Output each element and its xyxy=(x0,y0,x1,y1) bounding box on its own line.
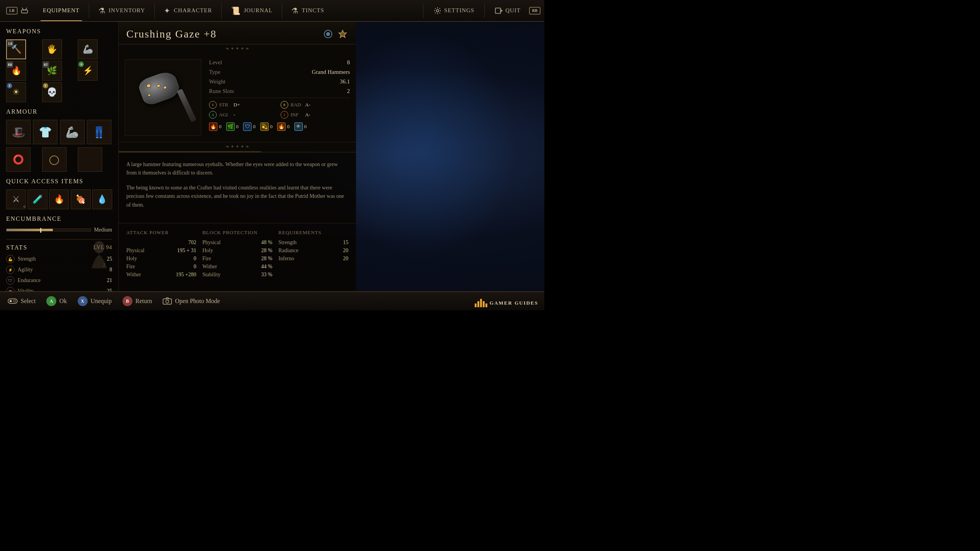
desc-text-1: A large hammer featuring numerous eyebal… xyxy=(126,160,348,178)
nav-character-label: Character xyxy=(174,7,212,14)
block-holy-label: Holy xyxy=(203,248,213,254)
attack-power-header: Attack Power xyxy=(126,230,196,236)
weapon-slot-7[interactable]: X ☀ xyxy=(6,82,26,102)
requirements-col: Requirements Strength 15 Radiance 20 Inf… xyxy=(278,230,348,280)
fire-bonus-val: 0 xyxy=(219,124,222,130)
armour-head[interactable]: 🎩 xyxy=(6,120,31,144)
nav-settings[interactable]: Settings xyxy=(428,7,480,15)
armour-section-title: Armour xyxy=(6,108,112,115)
gg-bar-2 xyxy=(477,301,479,307)
nav-quit[interactable]: Quit xyxy=(489,7,526,15)
quick-access-title: Quick Access Items xyxy=(6,178,112,185)
nav-equipment[interactable]: Equipment xyxy=(35,0,87,21)
armour-legs[interactable]: 👖 xyxy=(87,120,111,144)
nav-tincts[interactable]: ⚗ Tincts xyxy=(284,0,332,21)
weapon-slot-3[interactable]: 🦾 xyxy=(78,39,98,59)
quick-slot-5[interactable]: 💧 xyxy=(92,189,112,209)
shield-bonus-val: 0 xyxy=(253,124,256,130)
weapon-slot-1[interactable]: LB 🔨 xyxy=(6,39,26,59)
req-radiance-label: Radiance xyxy=(278,248,298,254)
attack-physical-row: Physical 195 + 31 xyxy=(126,248,196,254)
block-stability-row: Stability 33 % xyxy=(203,272,273,278)
weapons-section-title: Weapons xyxy=(6,28,112,35)
block-stability-value: 33 % xyxy=(261,272,272,278)
agi-attr: A AGI - xyxy=(209,111,278,119)
ok-action[interactable]: A Ok xyxy=(46,296,67,306)
weapon-slot-4[interactable]: RB 🔥 xyxy=(6,61,26,81)
stat-vitality-row: ❤ Vitality 25 xyxy=(6,287,112,291)
quick-slot-4[interactable]: 🍖 xyxy=(71,189,91,209)
armour-arms[interactable]: 🦾 xyxy=(60,120,85,144)
svg-rect-11 xyxy=(163,299,172,304)
nav-tincts-label: Tincts xyxy=(302,7,324,14)
type-label: Type xyxy=(209,69,220,75)
quick-slot-1[interactable]: ⚔ 6 xyxy=(6,189,26,209)
armour-body[interactable]: 👕 xyxy=(33,120,57,144)
inf-name: INF xyxy=(291,112,303,118)
quick-slot-2[interactable]: 🧪 xyxy=(28,189,47,209)
nav-character[interactable]: ✦ Character xyxy=(156,0,220,21)
req-strength-row: Strength 15 xyxy=(278,240,348,246)
ring-slot-3[interactable] xyxy=(78,147,102,172)
req-strength-label: Strength xyxy=(278,240,296,246)
req-radiance-row: Radiance 20 xyxy=(278,248,348,254)
rune-slots-label: Rune Slots xyxy=(209,88,234,95)
weapon-icon-8: 💀 xyxy=(47,87,57,97)
encumbrance-title: Encumbrance xyxy=(6,215,112,222)
enc-label: Medium xyxy=(94,227,112,233)
gamer-guides-logo: GAMER GUIDES xyxy=(475,299,538,307)
decorative-bottom: ❧ ✦ ✦ ✦ ❧ xyxy=(119,142,356,151)
ring-slot-2[interactable]: ◯ xyxy=(42,147,67,172)
ring-slot-1[interactable]: ⭕ xyxy=(6,147,31,172)
weapon-slot-2[interactable]: 🖐 xyxy=(42,39,62,59)
weapon-slot-8[interactable]: Y 💀 xyxy=(42,82,62,102)
unequip-action[interactable]: X Unequip xyxy=(78,296,112,306)
attack-wither-value: 195 +280 xyxy=(176,272,196,278)
svg-marker-7 xyxy=(339,30,346,37)
block-holy-value: 28 % xyxy=(261,248,272,254)
fire-bonus-icon: 🔥 xyxy=(209,122,217,131)
gg-bar-5 xyxy=(485,303,487,307)
select-action[interactable]: Select xyxy=(8,297,36,305)
rad-icon: R xyxy=(281,101,288,109)
unequip-btn-icon: X xyxy=(78,296,88,306)
weapon-slot-6[interactable]: A ⚡ xyxy=(78,61,98,81)
attack-total-value: 702 xyxy=(188,240,196,246)
ok-label: Ok xyxy=(59,298,67,305)
svg-text:2: 2 xyxy=(103,262,105,267)
weight-line: Weight 36.1 xyxy=(209,78,350,85)
nav-lb-button[interactable]: LB xyxy=(0,6,35,15)
block-wither-label: Wither xyxy=(203,264,217,270)
armour-grid: 🎩 👕 🦾 👖 xyxy=(6,120,112,144)
photo-action[interactable]: Open Photo Mode xyxy=(163,297,220,305)
endurance-icon: 🛡 xyxy=(6,276,15,285)
item-title: Crushing Gaze +8 xyxy=(126,28,217,40)
quick-access-grid: ⚔ 6 🧪 🔥 🍖 💧 xyxy=(6,189,112,209)
str-icon: S xyxy=(209,101,217,109)
fire2-bonus-icon: 🔥 xyxy=(277,122,286,131)
nav-sep-5 xyxy=(423,3,423,18)
photo-icon xyxy=(163,297,172,305)
leaf-bonus-icon: 🌿 xyxy=(226,122,235,131)
stat-endurance-value: 21 xyxy=(101,277,112,284)
bonus-eye: 👁 0 xyxy=(294,122,307,131)
nav-sep-1 xyxy=(89,3,89,18)
agi-icon: A xyxy=(209,111,217,119)
inf-grade: A- xyxy=(305,112,310,118)
return-action[interactable]: B Return xyxy=(122,296,152,306)
favorite-icon[interactable] xyxy=(322,28,334,40)
gold-bonus-icon: 💫 xyxy=(260,122,269,131)
block-protection-col: Block Protection Physical 48 % Holy 28 %… xyxy=(203,230,273,280)
nav-inventory[interactable]: ⚗ Inventory xyxy=(91,0,153,21)
item-display: Level 8 Type Grand Hammers Weight 36.1 R… xyxy=(119,53,356,142)
stats-divider xyxy=(209,98,350,98)
attack-wither-row: Wither 195 +280 xyxy=(126,272,196,278)
quick-slot-3[interactable]: 🔥 xyxy=(49,189,69,209)
weapons-grid: LB 🔨 🖐 🦾 RB 🔥 RT 🌿 A ⚡ X xyxy=(6,39,112,102)
stat-vitality-name: Vitality xyxy=(18,288,98,291)
main-panel: Crushing Gaze +8 ❧ ✦ ✦ ✦ ❧ xyxy=(119,22,356,291)
nav-journal[interactable]: 📜 Journal xyxy=(223,0,280,21)
mark-icon[interactable] xyxy=(337,28,348,40)
attack-power-col: Attack Power 702 Physical 195 + 31 Holy … xyxy=(126,230,196,280)
weapon-slot-5[interactable]: RT 🌿 xyxy=(42,61,62,81)
